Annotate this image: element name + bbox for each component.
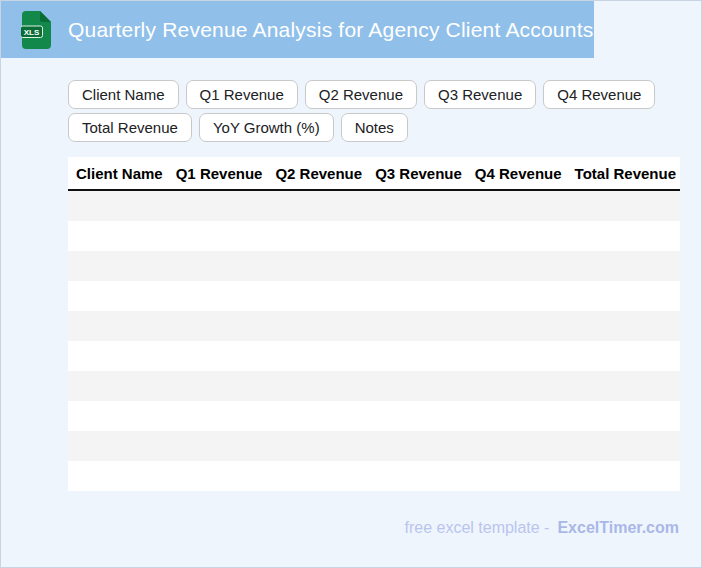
chip-total-revenue[interactable]: Total Revenue xyxy=(68,113,192,142)
footer: free excel template -ExcelTimer.com xyxy=(404,519,679,537)
footer-brand[interactable]: ExcelTimer.com xyxy=(557,519,679,536)
column-header-client-name: Client Name xyxy=(76,165,163,182)
chip-notes[interactable]: Notes xyxy=(341,113,408,142)
table-body xyxy=(68,191,680,491)
column-chips: Client NameQ1 RevenueQ2 RevenueQ3 Revenu… xyxy=(68,80,680,142)
table-row xyxy=(68,221,680,251)
table-row xyxy=(68,281,680,311)
revenue-table: Client NameQ1 RevenueQ2 RevenueQ3 Revenu… xyxy=(68,157,680,491)
chip-q4-revenue[interactable]: Q4 Revenue xyxy=(543,80,655,109)
chip-q3-revenue[interactable]: Q3 Revenue xyxy=(424,80,536,109)
title-bar: XLS Quarterly Revenue Analysis for Agenc… xyxy=(1,1,594,58)
column-header-q3-revenue: Q3 Revenue xyxy=(375,165,462,182)
table-row xyxy=(68,311,680,341)
chip-client-name[interactable]: Client Name xyxy=(68,80,179,109)
table-row xyxy=(68,251,680,281)
table-row xyxy=(68,461,680,491)
xls-file-icon: XLS xyxy=(21,11,51,49)
table-header-row: Client NameQ1 RevenueQ2 RevenueQ3 Revenu… xyxy=(68,157,680,191)
column-header-total-revenue: Total Revenue xyxy=(575,165,676,182)
table-row xyxy=(68,371,680,401)
column-header-q1-revenue: Q1 Revenue xyxy=(176,165,263,182)
chip-q1-revenue[interactable]: Q1 Revenue xyxy=(186,80,298,109)
column-header-q4-revenue: Q4 Revenue xyxy=(475,165,562,182)
chip-yoy-growth[interactable]: YoY Growth (%) xyxy=(199,113,334,142)
xls-icon-label: XLS xyxy=(24,28,40,37)
table-row xyxy=(68,341,680,371)
table-row xyxy=(68,401,680,431)
table-row xyxy=(68,191,680,221)
column-header-q2-revenue: Q2 Revenue xyxy=(275,165,362,182)
footer-text: free excel template - xyxy=(404,519,549,536)
table-row xyxy=(68,431,680,461)
app-window: XLS Quarterly Revenue Analysis for Agenc… xyxy=(0,0,702,568)
chip-q2-revenue[interactable]: Q2 Revenue xyxy=(305,80,417,109)
page-title: Quarterly Revenue Analysis for Agency Cl… xyxy=(68,18,593,42)
